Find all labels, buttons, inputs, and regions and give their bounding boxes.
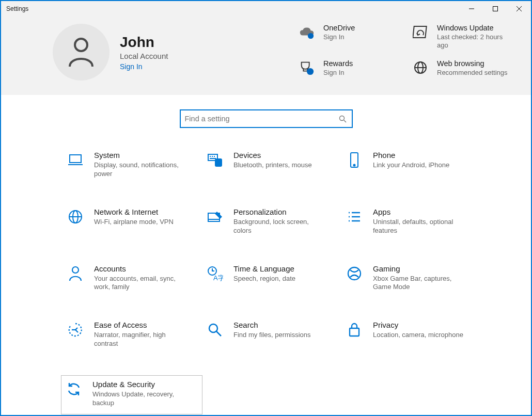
svg-point-11 [339, 116, 344, 120]
category-title: Apps [373, 207, 466, 216]
category-sub: Bluetooth, printers, mouse [233, 161, 312, 170]
category-system[interactable]: System Display, sound, notifications, po… [63, 149, 202, 181]
category-title: Network & Internet [94, 207, 174, 216]
globe-icon [412, 59, 429, 76]
svg-point-22 [354, 165, 355, 166]
category-ease-of-access[interactable]: Ease of Access Narrator, magnifier, high… [63, 318, 202, 350]
svg-rect-1 [493, 7, 498, 11]
category-sub: Wi-Fi, airplane mode, VPN [94, 218, 174, 227]
quick-rewards-sub: Sign In [323, 69, 353, 77]
svg-point-4 [75, 39, 87, 51]
sync-icon [65, 380, 83, 398]
svg-rect-41 [350, 328, 359, 336]
category-title: Update & Security [92, 380, 185, 389]
quick-update-title: Windows Update [437, 24, 515, 32]
category-sub: Background, lock screen, colors [233, 218, 326, 235]
category-phone[interactable]: Phone Link your Android, iPhone [342, 149, 481, 181]
category-title: Search [233, 321, 311, 329]
quick-cards: OneDrive Sign In Windows Update Last che… [299, 24, 515, 81]
user-name: John [120, 34, 168, 51]
category-network[interactable]: Network & Internet Wi-Fi, airplane mode,… [63, 205, 202, 237]
category-title: Time & Language [233, 264, 295, 273]
update-icon [412, 24, 429, 40]
category-privacy[interactable]: Privacy Location, camera, microphone [342, 318, 481, 350]
category-grid: System Display, sound, notifications, po… [1, 149, 531, 414]
category-title: Devices [233, 151, 312, 159]
quick-onedrive-title: OneDrive [323, 24, 355, 32]
category-title: Phone [373, 151, 449, 159]
time-language-icon: A字 [206, 264, 224, 283]
svg-text:A字: A字 [213, 274, 223, 281]
lock-icon [345, 321, 364, 339]
category-sub: Windows Update, recovery, backup [92, 390, 185, 408]
search-box[interactable] [180, 109, 353, 128]
rewards-icon [299, 59, 315, 76]
svg-point-37 [348, 267, 361, 280]
titlebar: Settings [1, 1, 531, 17]
category-update-security[interactable]: Update & Security Windows Update, recove… [61, 375, 202, 414]
quick-web-title: Web browsing [437, 59, 508, 68]
avatar [53, 24, 109, 81]
keyboard-icon [206, 151, 224, 169]
quick-web-browsing[interactable]: Web browsing Recommended settings [412, 59, 515, 77]
svg-point-39 [209, 324, 217, 332]
quick-update-sub: Last checked: 2 hours ago [437, 33, 515, 50]
svg-rect-20 [215, 159, 222, 166]
user-account-type: Local Account [120, 52, 168, 60]
person-icon [67, 37, 95, 68]
window-title: Settings [6, 5, 28, 12]
phone-icon [345, 151, 364, 169]
search-icon [206, 321, 224, 339]
category-title: Ease of Access [94, 321, 187, 329]
quick-onedrive-sub: Sign In [323, 33, 355, 41]
category-title: System [94, 151, 187, 159]
category-sub: Link your Android, iPhone [373, 161, 449, 170]
quick-web-sub: Recommended settings [437, 69, 508, 77]
svg-rect-6 [413, 26, 426, 38]
search-row [1, 109, 531, 128]
category-sub: Location, camera, microphone [373, 331, 463, 340]
user-signin-link[interactable]: Sign In [120, 62, 168, 71]
search-input[interactable] [185, 115, 339, 123]
svg-line-12 [344, 120, 346, 122]
minimize-button[interactable] [460, 1, 483, 17]
quick-onedrive[interactable]: OneDrive Sign In [299, 24, 407, 50]
category-devices[interactable]: Devices Bluetooth, printers, mouse [202, 149, 342, 181]
svg-point-34 [72, 267, 79, 273]
category-time-language[interactable]: A字 Time & Language Speech, region, date [202, 262, 342, 294]
category-sub: Uninstall, defaults, optional features [373, 218, 466, 235]
quick-windows-update[interactable]: Windows Update Last checked: 2 hours ago [412, 24, 515, 50]
globe-icon [66, 207, 85, 226]
category-apps[interactable]: Apps Uninstall, defaults, optional featu… [342, 205, 481, 237]
ease-icon [66, 321, 85, 339]
category-sub: Xbox Game Bar, captures, Game Mode [373, 275, 466, 292]
category-sub: Narrator, magnifier, high contrast [94, 331, 187, 348]
paint-icon [206, 207, 224, 226]
category-search[interactable]: Search Find my files, permissions [202, 318, 342, 350]
svg-line-40 [216, 331, 221, 336]
category-accounts[interactable]: Accounts Your accounts, email, sync, wor… [63, 262, 202, 294]
category-personalization[interactable]: Personalization Background, lock screen,… [202, 205, 342, 237]
search-icon [339, 115, 347, 123]
laptop-icon [66, 151, 85, 169]
close-button[interactable] [507, 1, 531, 17]
window-controls [460, 1, 531, 17]
svg-point-7 [307, 68, 314, 74]
category-gaming[interactable]: Gaming Xbox Game Bar, captures, Game Mod… [342, 262, 481, 294]
category-title: Privacy [373, 321, 463, 329]
svg-point-5 [308, 33, 314, 39]
cloud-icon [299, 24, 315, 40]
xbox-icon [345, 264, 364, 283]
category-sub: Your accounts, email, sync, work, family [94, 275, 187, 292]
category-title: Accounts [94, 264, 187, 273]
category-sub: Find my files, permissions [233, 331, 311, 340]
person-icon [66, 264, 85, 283]
quick-rewards-title: Rewards [323, 59, 353, 68]
category-title: Personalization [233, 207, 326, 216]
category-sub: Display, sound, notifications, power [94, 161, 187, 179]
user-block[interactable]: John Local Account Sign In [17, 24, 168, 81]
svg-rect-13 [70, 155, 81, 163]
category-sub: Speech, region, date [233, 275, 295, 283]
maximize-button[interactable] [483, 1, 507, 17]
quick-rewards[interactable]: Rewards Sign In [299, 59, 407, 77]
